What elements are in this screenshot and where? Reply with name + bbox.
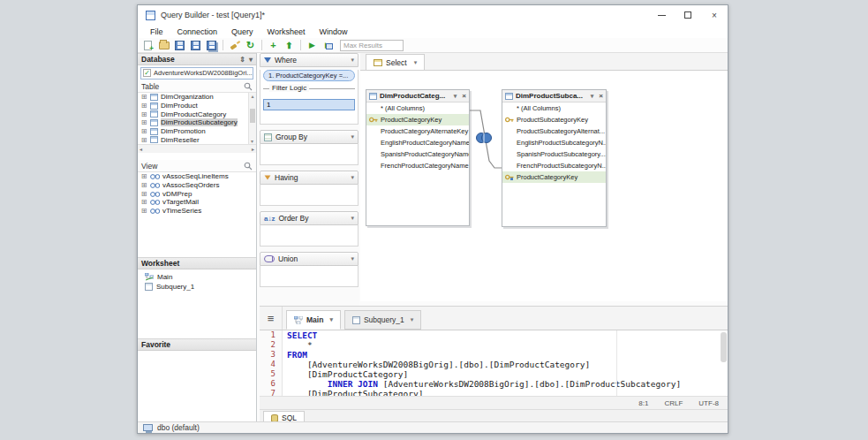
maximize-button[interactable] — [675, 5, 701, 25]
menu-window[interactable]: Window — [312, 27, 354, 36]
table-card-dimproductsubcategory[interactable]: DimProductSubca... ▾ × * (All Columns) P… — [502, 89, 607, 227]
worksheet-item-subquery[interactable]: Subquery_1 — [138, 282, 256, 292]
column[interactable]: SpanishProductSubcategory... — [502, 148, 606, 160]
minimize-button[interactable] — [648, 5, 675, 25]
menu-worksheet[interactable]: Worksheet — [260, 27, 313, 36]
menu-file[interactable]: File — [143, 27, 170, 36]
scrollbar-thumb[interactable] — [250, 109, 255, 123]
view-tree-item[interactable]: ⊞vAssocSeqOrders — [138, 181, 256, 190]
save-all-button[interactable] — [205, 40, 218, 51]
chevron-down-icon[interactable]: ▾ — [591, 93, 594, 100]
worksheet-item-main[interactable]: Main — [138, 272, 256, 282]
expand-icon[interactable]: ⊞ — [140, 207, 147, 215]
refresh-button[interactable]: ↻ — [244, 40, 257, 51]
where-condition-chip[interactable]: 1. ProductCategoryKey =... — [263, 70, 355, 81]
column[interactable]: ProductSubcategoryAlternat... — [502, 125, 606, 137]
column-all[interactable]: * (All Columns) — [502, 102, 606, 114]
close-button[interactable]: × — [701, 5, 728, 25]
code-area[interactable]: SELECT * FROM [AdventureWorksDW2008BigOr… — [283, 330, 728, 396]
table-tree-item[interactable]: ⊞DimProduct — [138, 102, 256, 110]
filter-logic-input[interactable] — [263, 99, 355, 110]
view-tree-item[interactable]: ⊞vAssocSeqLineItems — [138, 172, 256, 181]
column-primary-key[interactable]: ProductCategoryKey — [366, 114, 469, 125]
table-tree-item[interactable]: ⊞DimReseller — [138, 135, 256, 144]
expand-icon[interactable]: ⊞ — [140, 93, 147, 101]
connect-button[interactable] — [228, 40, 241, 51]
column[interactable]: FrenchProductSubcategoryN... — [502, 160, 606, 171]
scroll-right-icon[interactable]: ▸ — [252, 146, 254, 152]
expand-icon[interactable]: ⊞ — [140, 102, 147, 110]
expand-icon[interactable]: ⊞ — [140, 136, 147, 144]
order-by-panel-header[interactable]: a↓z Order By ▾ — [260, 211, 359, 225]
chevron-down-icon[interactable]: ▾ — [351, 133, 354, 140]
expand-icon[interactable]: ⊞ — [140, 190, 147, 198]
close-icon[interactable]: × — [599, 92, 603, 100]
add-query-button[interactable]: + — [267, 40, 280, 51]
having-panel-header[interactable]: Having ▾ — [260, 171, 359, 185]
group-by-panel-header[interactable]: Group By ▾ — [260, 130, 359, 144]
scroll-up-icon[interactable]: ▴ — [251, 94, 253, 99]
tab-subquery-1[interactable]: Subquery_1 ▾ — [344, 310, 421, 330]
search-icon[interactable] — [244, 162, 253, 171]
max-results-input[interactable] — [340, 40, 404, 51]
expand-icon[interactable]: ⊞ — [140, 127, 147, 135]
table-card-dimproductcategory[interactable]: DimProductCateg... ▾ × * (All Columns) P… — [366, 89, 470, 226]
expand-icon[interactable]: ⊞ — [140, 110, 147, 118]
column[interactable]: SpanishProductCategoryName — [366, 148, 469, 160]
open-button[interactable] — [157, 40, 170, 51]
table-tree-item[interactable]: ⊞DimProductCategory — [138, 110, 256, 118]
column-foreign-key[interactable]: ProductCategoryKey — [502, 171, 606, 183]
worksheet-section-header[interactable]: Worksheet — [138, 257, 256, 269]
expand-icon[interactable]: ⊞ — [140, 118, 147, 126]
column[interactable]: EnglishProductCategoryName — [366, 137, 469, 148]
column-all[interactable]: * (All Columns) — [366, 102, 469, 114]
view-tree-item[interactable]: ⊞vTimeSeries — [138, 207, 256, 215]
tab-main[interactable]: Main ▾ — [286, 310, 341, 330]
where-panel-header[interactable]: Where ▾ — [260, 53, 359, 67]
view-tree-item[interactable]: ⊞vDMPrep — [138, 189, 256, 198]
chevron-down-icon[interactable]: ▾ — [249, 56, 253, 64]
chevron-down-icon[interactable]: ▾ — [351, 57, 354, 64]
chevron-down-icon[interactable]: ▾ — [411, 316, 414, 323]
chevron-down-icon[interactable]: ▾ — [351, 255, 354, 262]
worksheet-menu-button[interactable]: ≡ — [260, 307, 283, 330]
chevron-down-icon[interactable]: ▾ — [329, 316, 333, 323]
database-section-header[interactable]: Database ⇕▾ — [138, 53, 256, 65]
column[interactable]: EnglishProductSubcategoryN... — [502, 137, 606, 148]
column[interactable]: FrenchProductCategoryName — [366, 160, 469, 171]
close-icon[interactable]: × — [462, 92, 466, 100]
sql-code-editor[interactable]: 1 2 3 4 5 6 7 SELECT * FROM [AdventureWo… — [260, 330, 728, 397]
chevron-down-icon[interactable]: ▾ — [351, 215, 354, 222]
table-list-horizontal-scrollbar[interactable]: ◂ ▸ — [138, 144, 256, 153]
chevron-down-icon[interactable]: ▾ — [414, 59, 418, 66]
select-tab[interactable]: Select ▾ — [366, 54, 425, 70]
scroll-left-icon[interactable]: ◂ — [140, 146, 142, 152]
menu-connection[interactable]: Connection — [170, 27, 225, 36]
column[interactable]: ProductCategoryAlternateKey — [366, 125, 469, 137]
expand-icon[interactable]: ⊞ — [140, 181, 147, 189]
search-icon[interactable] — [244, 82, 253, 91]
table-list-vertical-scrollbar[interactable]: ▴▾ — [248, 93, 256, 144]
table-card-header[interactable]: DimProductSubca... ▾ × — [502, 90, 606, 102]
table-card-header[interactable]: DimProductCateg... ▾ × — [366, 90, 469, 102]
table-tree-item[interactable]: ⊞DimOrganization — [138, 93, 256, 102]
favorite-section-header[interactable]: Favorite — [138, 338, 256, 351]
union-panel-header[interactable]: Union ▾ — [260, 252, 359, 266]
view-tree-item[interactable]: ⊞vTargetMail — [138, 198, 256, 207]
run-button[interactable]: ▶ — [306, 40, 319, 51]
save-button[interactable] — [173, 40, 186, 51]
table-tree-item-selected[interactable]: ⊞DimProductSubcategory — [138, 118, 256, 127]
expand-icon[interactable]: ⊞ — [140, 198, 147, 206]
add-subquery-button[interactable]: ⬆ — [283, 40, 296, 51]
title-bar[interactable]: Query Builder - test [Query1]* × — [138, 5, 728, 25]
sort-icon[interactable]: ⇕ — [239, 56, 245, 64]
editor-scrollbar[interactable] — [721, 332, 727, 362]
line-ending[interactable]: CRLF — [664, 399, 683, 407]
encoding[interactable]: UTF-8 — [698, 399, 719, 407]
column-primary-key[interactable]: ProductSubcategoryKey — [502, 114, 606, 125]
expand-icon[interactable]: ⊞ — [140, 172, 147, 180]
menu-query[interactable]: Query — [224, 27, 260, 36]
chevron-down-icon[interactable]: ▾ — [351, 174, 354, 181]
run-to-grid-button[interactable]: ▶ — [321, 40, 335, 51]
new-worksheet-button[interactable]: + — [141, 40, 155, 51]
